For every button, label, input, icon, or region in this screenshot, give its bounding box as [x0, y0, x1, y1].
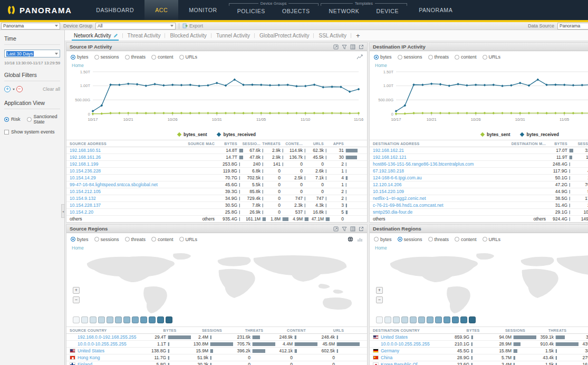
map-zoom-in-button[interactable]: +: [376, 287, 383, 294]
column-header-destination-country[interactable]: DESTINATION COUNTRY: [373, 329, 452, 332]
globe-icon[interactable]: [348, 236, 353, 242]
metric-radio-bytes[interactable]: bytes: [374, 54, 392, 60]
color-scale-swatch[interactable]: [115, 316, 122, 323]
row-link[interactable]: Finland: [78, 362, 92, 365]
nav-item-policies[interactable]: POLICIES: [229, 7, 274, 20]
metric-radio-content[interactable]: content: [151, 54, 173, 60]
column-header-sessions[interactable]: SESSIONS: [494, 329, 536, 332]
row-link[interactable]: Korea Republic Of: [381, 362, 417, 365]
bar-chart-icon[interactable]: [357, 237, 363, 242]
row-link[interactable]: 99-47-16-84.lightspeed.sntcca.sbcglobal.…: [70, 182, 158, 187]
column-header-source-mac[interactable]: SOURCE MAC: [178, 142, 215, 146]
color-scale-swatch[interactable]: [435, 316, 442, 323]
tab-network-activity[interactable]: Network Activity: [69, 30, 123, 41]
risk-radio[interactable]: [4, 117, 9, 122]
home-breadcrumb-link[interactable]: Home: [370, 62, 588, 69]
nav-item-network[interactable]: NETWORK: [321, 7, 368, 20]
row-link[interactable]: 67.192.180.218: [373, 168, 404, 174]
tab-blocked-activity[interactable]: Blocked Activity: [165, 30, 211, 41]
metric-radio-threats[interactable]: threats: [125, 237, 146, 242]
color-scale-swatch[interactable]: [166, 316, 172, 323]
clear-all-link[interactable]: Clear all: [43, 87, 60, 92]
legend-item-bytes-sent[interactable]: bytes_sent: [178, 132, 207, 137]
data-source-select[interactable]: Panorama: [557, 23, 588, 30]
popout-icon[interactable]: [359, 44, 364, 50]
app-logo[interactable]: PANORAMA: [0, 0, 85, 20]
home-breadcrumb-link[interactable]: Home: [66, 62, 367, 69]
color-scale-swatch[interactable]: [469, 316, 476, 323]
tab-ssl-activity[interactable]: SSL Activity: [314, 30, 351, 41]
column-header-apps[interactable]: APPS: [333, 142, 358, 146]
column-header-threats[interactable]: THREATS: [536, 329, 579, 332]
color-scale-swatch[interactable]: [157, 316, 164, 323]
nav-item-device[interactable]: DEVICE: [368, 7, 407, 20]
filter-icon[interactable]: [342, 44, 347, 50]
column-header-urls[interactable]: URLS: [317, 329, 360, 332]
row-link[interactable]: 192.168.162.21: [373, 148, 404, 153]
filter-icon[interactable]: [342, 226, 347, 232]
map-zoom-out-button[interactable]: −: [73, 296, 80, 303]
column-header-source-address[interactable]: SOURCE ADDRESS: [70, 142, 178, 146]
column-header-content[interactable]: CONTENT: [275, 329, 317, 332]
map-zoom-in-button[interactable]: +: [73, 287, 80, 294]
column-header-destination-address[interactable]: DESTINATION ADDRESS: [373, 142, 504, 146]
column-header-bytes[interactable]: BYTES: [149, 329, 191, 332]
color-scale-swatch[interactable]: [452, 316, 459, 323]
row-link[interactable]: smtp250.dia-four.de: [373, 209, 412, 215]
column-header-content[interactable]: CONTENT: [579, 329, 588, 332]
nav-item-panorama[interactable]: PANORAMA: [408, 0, 463, 20]
metric-radio-sessions[interactable]: sessions: [94, 237, 119, 242]
metric-radio-threats[interactable]: threats: [428, 54, 449, 60]
column-header-urls[interactable]: URLS: [312, 142, 333, 146]
home-breadcrumb-link[interactable]: Home: [370, 244, 588, 251]
legend-item-bytes-sent[interactable]: bytes_sent: [481, 132, 510, 137]
row-link[interactable]: 10.154.236.228: [70, 168, 101, 174]
tab-threat-activity[interactable]: Threat Activity: [123, 30, 166, 41]
tab-tunnel-activity[interactable]: Tunnel Activity: [211, 30, 255, 41]
row-link[interactable]: China: [381, 355, 392, 360]
metric-radio-urls[interactable]: URLs: [483, 54, 501, 60]
metric-radio-threats[interactable]: threats: [125, 54, 146, 60]
logs-icon[interactable]: [333, 44, 339, 50]
metric-radio-bytes[interactable]: bytes: [374, 237, 392, 242]
row-link[interactable]: 192.168.160.51: [70, 148, 101, 153]
sanctioned-state-radio[interactable]: [27, 117, 32, 122]
time-range-select[interactable]: Last 30 Days: [4, 50, 60, 57]
world-map[interactable]: +−: [68, 251, 366, 314]
color-scale-swatch[interactable]: [384, 316, 391, 323]
sidebar-collapse-button[interactable]: ◂: [61, 204, 65, 218]
color-scale-swatch[interactable]: [401, 316, 408, 323]
row-link[interactable]: 192.168.161.26: [70, 155, 101, 160]
row-link[interactable]: 10.154.14.29: [70, 175, 96, 180]
nav-item-dashboard[interactable]: DASHBOARD: [85, 0, 144, 20]
column-header-bytes[interactable]: BYTES: [452, 329, 494, 332]
color-scale-swatch[interactable]: [107, 316, 113, 323]
color-scale-swatch[interactable]: [132, 316, 139, 323]
color-scale-swatch[interactable]: [444, 316, 450, 323]
color-scale-swatch[interactable]: [393, 316, 400, 323]
legend-item-bytes-received[interactable]: bytes_received: [217, 132, 255, 137]
legend-item-bytes-received[interactable]: bytes_received: [520, 132, 558, 137]
metric-radio-sessions[interactable]: sessions: [94, 54, 119, 60]
color-scale-swatch[interactable]: [98, 316, 105, 323]
color-scale-swatch[interactable]: [149, 316, 156, 323]
column-header-bytes[interactable]: BYTES: [215, 142, 246, 146]
metric-radio-content[interactable]: content: [151, 237, 173, 242]
table-view-icon[interactable]: [350, 44, 355, 50]
column-header-sessions[interactable]: SESSIONS: [191, 329, 233, 332]
metric-radio-bytes[interactable]: bytes: [71, 237, 89, 242]
add-filter-button[interactable]: +: [4, 86, 11, 92]
column-header-bytes[interactable]: BYTES: [546, 142, 576, 146]
color-scale-swatch[interactable]: [123, 316, 130, 323]
color-scale-swatch[interactable]: [140, 316, 147, 323]
metric-radio-sessions[interactable]: sessions: [398, 237, 422, 242]
metric-radio-urls[interactable]: URLs: [179, 237, 198, 242]
row-link[interactable]: Germany: [381, 348, 399, 353]
color-scale-swatch[interactable]: [418, 316, 425, 323]
nav-item-objects[interactable]: OBJECTS: [274, 7, 319, 20]
row-link[interactable]: United States: [78, 348, 104, 353]
row-link[interactable]: 10.154.220.109: [373, 189, 404, 194]
row-link[interactable]: host86-136-151-56.range86-136.btcentralp…: [373, 161, 474, 167]
remove-filter-button[interactable]: −: [16, 86, 23, 92]
row-link[interactable]: 10.0.0.0-10.255.255.255: [78, 341, 127, 347]
